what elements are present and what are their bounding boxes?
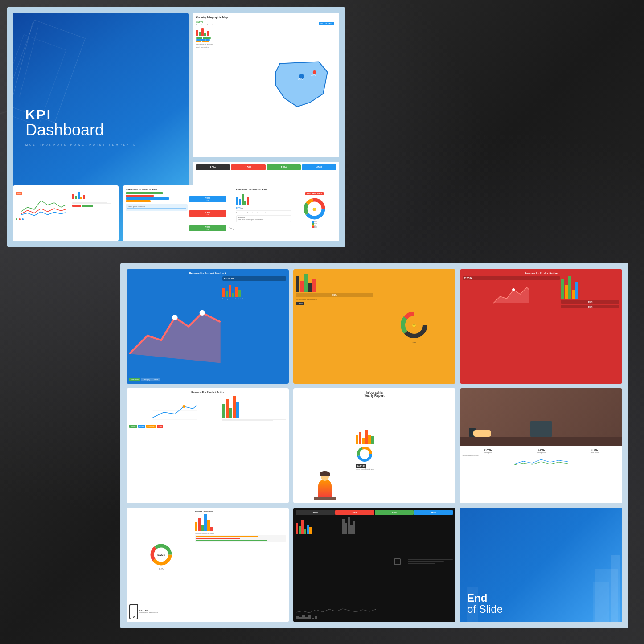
svg-marker-16	[493, 287, 529, 303]
bottom-panel: Revenue For Product Feedback	[120, 263, 628, 628]
slide-info-driven: $127k $127k Info Data-Driven Slide	[127, 508, 289, 622]
slide-photo-stats: 85% Lorem ipsum 74% Lorem ipsum 23% Lore…	[460, 388, 622, 503]
svg-text:3%: 3%	[311, 73, 316, 77]
subtitle-text: MULTIPURPOSE POWERPOINT TEMPLATE	[25, 144, 176, 146]
slide-revenue-feedback: Revenue For Product Feedback	[127, 269, 289, 384]
mini-slide-line: 100	[13, 185, 119, 241]
rev-pct1: 85%	[561, 300, 619, 304]
slide-revenue-active-red: Revenue For Product Active $127.8k	[460, 269, 622, 384]
middle-east-label: MIDDLE EAST	[319, 22, 334, 25]
svg-text:5%: 5%	[298, 77, 303, 81]
slide-yellow-chart: 85% Lorem ipsum text info here 1,000k 🙂 …	[293, 269, 455, 384]
country-pct: 85%	[196, 20, 265, 24]
rev-pct2: 85%	[561, 305, 619, 308]
revenue-amount: $127.8k	[222, 276, 286, 281]
yearly-title: InfographicYearly Report	[296, 391, 453, 397]
svg-text:🙂: 🙂	[412, 323, 416, 328]
stat-box-3: 33%	[267, 164, 301, 170]
revenue-feedback-title: Revenue For Product Feedback	[129, 272, 286, 275]
end-line1: End	[467, 593, 615, 603]
slide-revenue-active-white: Revenue For Product Active O	[127, 388, 289, 503]
conversion-title: Overview Conversion Rate	[126, 188, 226, 191]
slide-end: End of Slide	[460, 508, 622, 622]
mini-slide-pie: Overview Conversion Rate 85%year	[234, 185, 339, 241]
mini-slide-conversion: Overview Conversion Rate	[123, 185, 229, 241]
svg-text:🙂: 🙂	[312, 207, 316, 211]
yellow-pct: 85%	[296, 293, 373, 297]
revenue-active-white-title: Revenue For Product Active	[129, 391, 286, 394]
revenue-active-title: Revenue For Product Active	[463, 272, 619, 275]
svg-text:$127k: $127k	[158, 554, 165, 556]
svg-point-10	[172, 315, 177, 320]
svg-point-21	[183, 405, 185, 408]
slide-stats-dark: 85% 15% 33% 46%	[293, 508, 455, 622]
info-amount1: $127k	[159, 568, 164, 570]
rev-active-amount: $127.8k	[463, 276, 560, 280]
stat-box-1: 85%	[196, 164, 230, 170]
svg-point-11	[200, 310, 205, 316]
svg-point-17	[512, 288, 515, 291]
country-title: Country Infographic Map	[196, 16, 336, 19]
slide-yearly-report: InfographicYearly Report	[293, 388, 455, 503]
stat-box-4: 46%	[302, 164, 336, 170]
page-wrapper: KPI Dashboard MULTIPURPOSE POWERPOINT TE…	[0, 0, 644, 644]
stat-box-2: 15%	[231, 164, 266, 170]
kpi-text: KPI	[25, 108, 176, 121]
svg-marker-9	[129, 313, 221, 363]
top-panel: KPI Dashboard MULTIPURPOSE POWERPOINT TE…	[7, 7, 345, 247]
pie-title: Overview Conversion Rate	[236, 188, 336, 191]
end-line2: of Slide	[467, 603, 615, 615]
yearly-amount: $127.8k	[356, 464, 366, 468]
dashboard-text: Dashboard	[25, 121, 176, 139]
country-map-slide: Country Infographic Map 85% Lorem ipsum …	[193, 13, 339, 157]
bottom-3-row: 100	[13, 185, 339, 241]
